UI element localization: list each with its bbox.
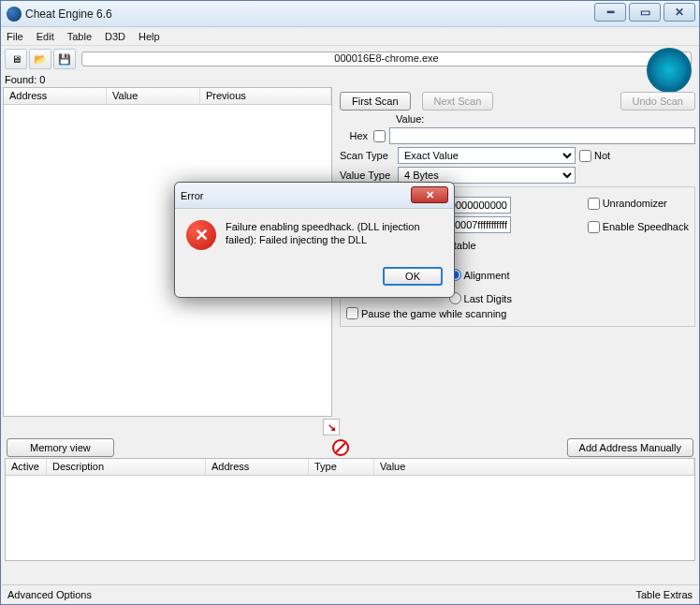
process-name: 000016E8-chrome.exe	[334, 52, 438, 64]
table-extras[interactable]: Table Extras	[635, 589, 693, 600]
col2-description[interactable]: Description	[47, 459, 206, 475]
dialog-close-button[interactable]: ✕	[411, 186, 448, 203]
statusbar: Advanced Options Table Extras	[2, 584, 698, 603]
value-type-label: Value Type	[340, 170, 392, 181]
save-button[interactable]: 💾	[53, 49, 76, 69]
gear-icon	[647, 48, 692, 93]
address-table[interactable]: Active Description Address Type Value	[5, 458, 695, 561]
maximize-button[interactable]: ▭	[629, 3, 661, 22]
col2-address[interactable]: Address	[206, 459, 309, 475]
scan-type-label: Scan Type	[340, 150, 392, 161]
close-button[interactable]: ✕	[664, 3, 695, 22]
unrandomizer-checkbox[interactable]	[588, 198, 600, 210]
menu-d3d[interactable]: D3D	[105, 31, 125, 42]
main-window: Cheat Engine 6.6 ━ ▭ ✕ File Edit Table D…	[0, 0, 700, 605]
not-checkbox[interactable]	[579, 150, 591, 162]
floppy-icon: 💾	[58, 53, 71, 66]
minimize-button[interactable]: ━	[594, 3, 626, 22]
found-count: Found: 0	[1, 72, 699, 87]
menubar: File Edit Table D3D Help	[1, 27, 699, 46]
add-to-list-button[interactable]: ↘	[323, 419, 340, 435]
col-previous[interactable]: Previous	[200, 88, 331, 104]
menu-edit[interactable]: Edit	[36, 31, 54, 42]
first-scan-button[interactable]: First Scan	[340, 92, 411, 111]
results-header: Address Value Previous	[4, 88, 331, 105]
add-address-manually-button[interactable]: Add Address Manually	[567, 438, 693, 457]
hex-checkbox[interactable]	[373, 130, 386, 142]
error-dialog: Error ✕ ✕ Failure enabling speedhack. (D…	[174, 182, 455, 298]
col2-value[interactable]: Value	[374, 459, 694, 475]
dialog-ok-button[interactable]: OK	[383, 267, 443, 286]
folder-open-icon: 📂	[34, 53, 47, 66]
speedhack-checkbox[interactable]	[588, 221, 600, 233]
memory-view-button[interactable]: Memory view	[7, 438, 114, 457]
col2-active[interactable]: Active	[6, 459, 47, 475]
value-input[interactable]	[389, 127, 695, 144]
value-label: Value:	[396, 113, 424, 125]
dialog-titlebar[interactable]: Error ✕	[175, 183, 454, 209]
advanced-options[interactable]: Advanced Options	[7, 589, 92, 600]
menu-help[interactable]: Help	[139, 31, 160, 42]
hex-label: Hex	[340, 130, 368, 141]
no-icon	[332, 439, 349, 456]
dialog-message: Failure enabling speedhack. (DLL injecti…	[226, 220, 443, 250]
toolbar: 🖥 📂 💾 000016E8-chrome.exe	[1, 46, 699, 72]
col-value[interactable]: Value	[107, 88, 200, 104]
scan-type-select[interactable]: Exact Value	[398, 147, 576, 164]
col-address[interactable]: Address	[4, 88, 107, 104]
col2-type[interactable]: Type	[309, 459, 374, 475]
menu-file[interactable]: File	[7, 31, 23, 42]
error-icon: ✕	[186, 220, 216, 250]
computer-icon: 🖥	[11, 53, 22, 65]
app-icon	[7, 7, 22, 22]
undo-scan-button: Undo Scan	[620, 92, 695, 111]
next-scan-button: Next Scan	[422, 92, 494, 111]
menu-table[interactable]: Table	[67, 31, 92, 42]
window-title: Cheat Engine 6.6	[25, 7, 112, 21]
open-process-button[interactable]: 🖥	[5, 49, 27, 69]
open-file-button[interactable]: 📂	[29, 49, 51, 69]
pause-checkbox[interactable]	[346, 307, 358, 319]
progress-bar: 000016E8-chrome.exe	[81, 52, 692, 66]
titlebar[interactable]: Cheat Engine 6.6 ━ ▭ ✕	[1, 1, 699, 27]
dialog-title: Error	[181, 190, 203, 201]
